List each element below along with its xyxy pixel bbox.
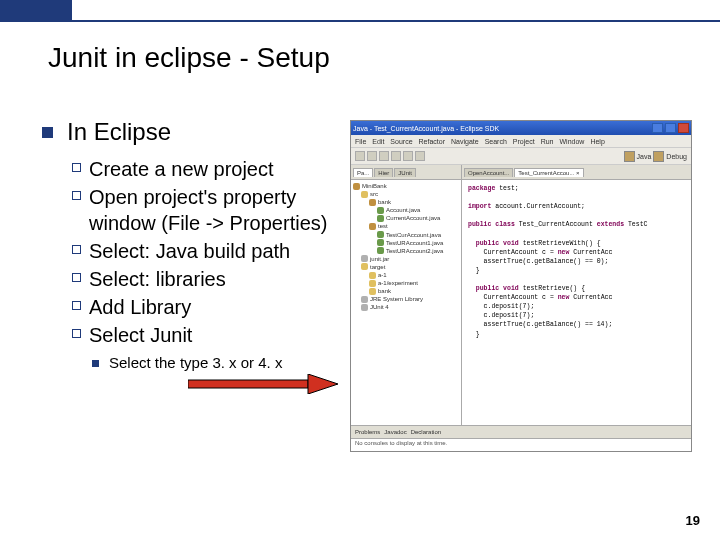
tree-package[interactable]: test xyxy=(353,222,459,230)
step-item: Select: Java build path xyxy=(72,238,342,264)
bullet-open-icon xyxy=(72,329,81,338)
menu-item[interactable]: Run xyxy=(541,138,554,145)
slide-top-line xyxy=(0,20,720,22)
tree-file[interactable]: TestURAccount1.java xyxy=(353,239,459,247)
toolbar-icon[interactable] xyxy=(379,151,389,161)
tree-label: test xyxy=(378,222,388,230)
menu-item[interactable]: Window xyxy=(559,138,584,145)
package-explorer: Pa... Hier JUnit MiniBank src bank Accou… xyxy=(351,165,462,425)
tree-file[interactable]: TestCurAccount.java xyxy=(353,231,459,239)
tree-label: src xyxy=(370,190,378,198)
tree-label: TestURAccount2.java xyxy=(386,247,443,255)
menu-item[interactable]: Search xyxy=(485,138,507,145)
bullet-small-icon xyxy=(92,360,99,367)
bullet-open-icon xyxy=(72,245,81,254)
perspective-label[interactable]: Java xyxy=(637,153,652,160)
toolbar-icon[interactable] xyxy=(391,151,401,161)
close-icon[interactable] xyxy=(678,123,689,133)
arrow-icon xyxy=(188,374,338,394)
folder-icon xyxy=(369,272,376,279)
tree-folder[interactable]: bank xyxy=(353,287,459,295)
step-text: Add Library xyxy=(89,294,191,320)
tree-folder[interactable]: a-1/experiment xyxy=(353,279,459,287)
slide-title: Junit in eclipse - Setup xyxy=(48,42,330,74)
tree-file[interactable]: TestURAccount2.java xyxy=(353,247,459,255)
tree-folder[interactable]: src xyxy=(353,190,459,198)
tree-label: junit.jar xyxy=(370,255,389,263)
editor-area: OpenAccount... Test_CurrentAccou... × pa… xyxy=(462,165,691,425)
perspective-label[interactable]: Debug xyxy=(666,153,687,160)
java-file-icon xyxy=(377,231,384,238)
tab-declaration[interactable]: Declaration xyxy=(411,429,441,435)
console-message: No consoles to display at this time. xyxy=(351,439,691,447)
java-file-icon xyxy=(377,207,384,214)
menubar: File Edit Source Refactor Navigate Searc… xyxy=(351,135,691,148)
menu-item[interactable]: Refactor xyxy=(419,138,445,145)
tree-folder[interactable]: target xyxy=(353,263,459,271)
code-editor[interactable]: package package test;test; import accoun… xyxy=(462,180,691,425)
menu-item[interactable]: Project xyxy=(513,138,535,145)
bullet-open-icon xyxy=(72,163,81,172)
tree-file[interactable]: Account.java xyxy=(353,206,459,214)
java-file-icon xyxy=(377,215,384,222)
tree-label: target xyxy=(370,263,385,271)
tree-library[interactable]: JUnit 4 xyxy=(353,303,459,311)
bullet-icon xyxy=(42,127,53,138)
tab-hierarchy[interactable]: Hier xyxy=(374,168,393,177)
slide-accent xyxy=(0,0,720,22)
tree-label: bank xyxy=(378,287,391,295)
step-item: Add Library xyxy=(72,294,342,320)
java-perspective-icon[interactable] xyxy=(624,151,635,162)
step-item: Open project's property window (File -> … xyxy=(72,184,342,236)
svg-marker-1 xyxy=(308,374,338,394)
tree-jar[interactable]: junit.jar xyxy=(353,255,459,263)
toolbar-icon[interactable] xyxy=(403,151,413,161)
folder-icon xyxy=(361,263,368,270)
tree-label: TestURAccount1.java xyxy=(386,239,443,247)
editor-tab-active[interactable]: Test_CurrentAccou... × xyxy=(514,168,583,177)
debug-perspective-icon[interactable] xyxy=(653,151,664,162)
tab-package[interactable]: Pa... xyxy=(353,168,373,177)
tree-file[interactable]: CurrentAccount.java xyxy=(353,214,459,222)
tree-library[interactable]: JRE System Library xyxy=(353,295,459,303)
bullet-open-icon xyxy=(72,273,81,282)
tree-folder[interactable]: a-1 xyxy=(353,271,459,279)
menu-item[interactable]: Edit xyxy=(372,138,384,145)
eclipse-screenshot: Java - Test_CurrentAccount.java - Eclips… xyxy=(350,120,692,452)
tree-label: JUnit 4 xyxy=(370,303,389,311)
package-icon xyxy=(369,223,376,230)
bullet-open-icon xyxy=(72,191,81,200)
window-buttons xyxy=(652,123,689,133)
perspective-switcher: Java Debug xyxy=(624,151,687,162)
heading-text: In Eclipse xyxy=(67,118,171,146)
step-text: Select: Java build path xyxy=(89,238,290,264)
minimize-icon[interactable] xyxy=(652,123,663,133)
toolbar-icon[interactable] xyxy=(367,151,377,161)
tree-project[interactable]: MiniBank xyxy=(353,182,459,190)
menu-item[interactable]: File xyxy=(355,138,366,145)
step-item: Select Junit xyxy=(72,322,342,348)
tab-javadoc[interactable]: Javadoc xyxy=(384,429,406,435)
menu-item[interactable]: Help xyxy=(590,138,604,145)
tree-package[interactable]: bank xyxy=(353,198,459,206)
java-file-icon xyxy=(377,239,384,246)
level2-list: Create a new project Open project's prop… xyxy=(72,156,342,348)
java-file-icon xyxy=(377,247,384,254)
toolbar-icon[interactable] xyxy=(415,151,425,161)
tree-label: a-1 xyxy=(378,271,387,279)
step-text: Open project's property window (File -> … xyxy=(89,184,342,236)
toolbar-icon[interactable] xyxy=(355,151,365,161)
tree-label: TestCurAccount.java xyxy=(386,231,441,239)
editor-tabs: OpenAccount... Test_CurrentAccou... × xyxy=(462,165,691,180)
tree-label: Account.java xyxy=(386,206,420,214)
folder-icon xyxy=(369,288,376,295)
folder-icon xyxy=(361,191,368,198)
maximize-icon[interactable] xyxy=(665,123,676,133)
tree-label: MiniBank xyxy=(362,182,387,190)
editor-tab[interactable]: OpenAccount... xyxy=(464,168,513,177)
menu-item[interactable]: Source xyxy=(390,138,412,145)
menu-item[interactable]: Navigate xyxy=(451,138,479,145)
tab-problems[interactable]: Problems xyxy=(355,429,380,435)
tab-junit[interactable]: JUnit xyxy=(394,168,416,177)
step-item: Create a new project xyxy=(72,156,342,182)
